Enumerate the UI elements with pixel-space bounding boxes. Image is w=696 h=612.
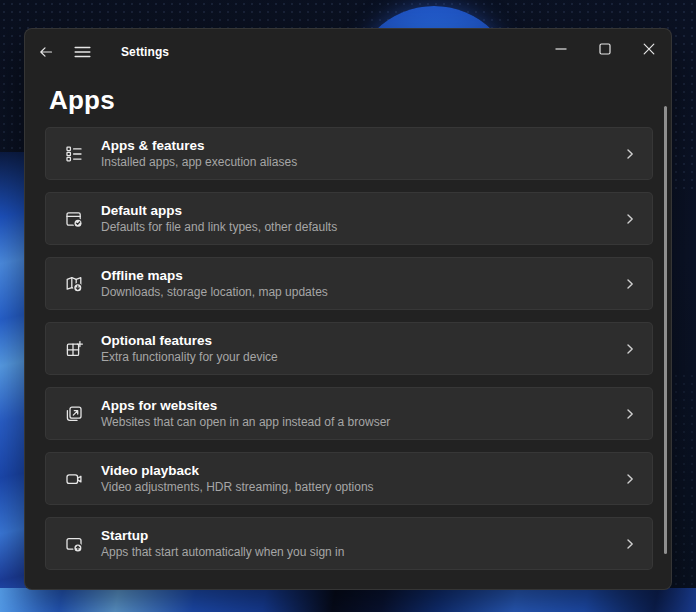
item-subtitle: Extra functionality for your device xyxy=(101,351,278,363)
item-title: Apps & features xyxy=(101,139,297,153)
close-icon xyxy=(643,43,655,55)
item-subtitle: Video adjustments, HDR streaming, batter… xyxy=(101,481,374,493)
offline-maps-icon xyxy=(63,273,85,295)
list-item-offline-maps[interactable]: Offline maps Downloads, storage location… xyxy=(45,257,653,310)
item-title: Optional features xyxy=(101,334,278,348)
item-title: Startup xyxy=(101,529,344,543)
chevron-right-icon xyxy=(624,538,636,550)
item-subtitle: Websites that can open in an app instead… xyxy=(101,416,390,428)
wallpaper-bloom-bottom-ribbon xyxy=(0,588,696,612)
wallpaper-bloom-left-ribbon xyxy=(0,152,26,612)
chevron-right-icon xyxy=(624,343,636,355)
settings-window: Settings Apps xyxy=(24,28,672,590)
list-item-startup[interactable]: Startup Apps that start automatically wh… xyxy=(45,517,653,570)
back-arrow-icon xyxy=(38,44,54,60)
chevron-right-icon xyxy=(624,278,636,290)
minimize-icon xyxy=(555,43,567,55)
back-button[interactable] xyxy=(31,37,61,67)
list-item-video-playback[interactable]: Video playback Video adjustments, HDR st… xyxy=(45,452,653,505)
window-controls xyxy=(539,29,671,69)
list-item-apps-for-websites[interactable]: Apps for websites Websites that can open… xyxy=(45,387,653,440)
startup-icon xyxy=(63,533,85,555)
settings-list: Apps & features Installed apps, app exec… xyxy=(45,127,653,570)
titlebar: Settings xyxy=(25,29,671,75)
item-title: Offline maps xyxy=(101,269,328,283)
chevron-right-icon xyxy=(624,213,636,225)
scrollbar[interactable] xyxy=(664,106,667,554)
item-title: Video playback xyxy=(101,464,374,478)
video-playback-icon xyxy=(63,468,85,490)
default-apps-icon xyxy=(63,208,85,230)
apps-features-icon xyxy=(63,143,85,165)
list-item-optional-features[interactable]: Optional features Extra functionality fo… xyxy=(45,322,653,375)
navigation-menu-button[interactable] xyxy=(67,37,97,67)
close-button[interactable] xyxy=(627,29,671,69)
list-item-default-apps[interactable]: Default apps Defaults for file and link … xyxy=(45,192,653,245)
list-item-apps-features[interactable]: Apps & features Installed apps, app exec… xyxy=(45,127,653,180)
item-subtitle: Defaults for file and link types, other … xyxy=(101,221,337,233)
item-subtitle: Downloads, storage location, map updates xyxy=(101,286,328,298)
optional-features-icon xyxy=(63,338,85,360)
item-title: Apps for websites xyxy=(101,399,390,413)
apps-for-websites-icon xyxy=(63,403,85,425)
maximize-button[interactable] xyxy=(583,29,627,69)
item-subtitle: Installed apps, app execution aliases xyxy=(101,156,297,168)
minimize-button[interactable] xyxy=(539,29,583,69)
hamburger-menu-icon xyxy=(74,45,91,59)
app-title: Settings xyxy=(121,45,169,59)
item-subtitle: Apps that start automatically when you s… xyxy=(101,546,344,558)
chevron-right-icon xyxy=(624,148,636,160)
page-title: Apps xyxy=(49,85,115,116)
maximize-icon xyxy=(599,43,611,55)
chevron-right-icon xyxy=(624,473,636,485)
chevron-right-icon xyxy=(624,408,636,420)
item-title: Default apps xyxy=(101,204,337,218)
